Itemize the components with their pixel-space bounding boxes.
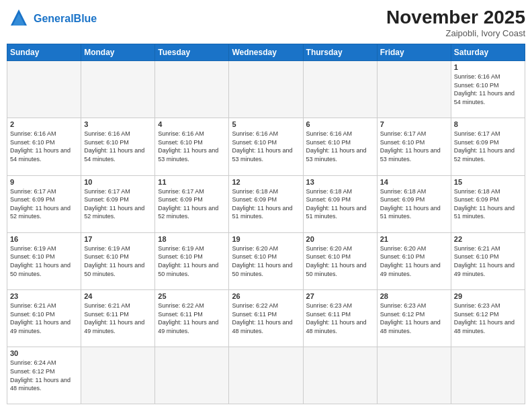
calendar-cell: 14Sunrise: 6:18 AMSunset: 6:09 PMDayligh…: [377, 175, 451, 232]
calendar-cell: 7Sunrise: 6:17 AMSunset: 6:10 PMDaylight…: [377, 118, 451, 175]
location: Zaipobli, Ivory Coast: [386, 28, 525, 38]
day-number: 13: [306, 178, 374, 186]
day-number: 26: [232, 292, 300, 300]
day-info: Sunrise: 6:17 AMSunset: 6:09 PMDaylight:…: [10, 187, 78, 221]
calendar-header-row: SundayMondayTuesdayWednesdayThursdayFrid…: [7, 44, 525, 61]
day-number: 10: [84, 178, 152, 186]
day-number: 19: [232, 235, 300, 243]
day-number: 24: [84, 292, 152, 300]
day-info: Sunrise: 6:16 AMSunset: 6:10 PMDaylight:…: [454, 73, 522, 106]
day-info: Sunrise: 6:16 AMSunset: 6:10 PMDaylight:…: [306, 130, 374, 163]
calendar-cell: 30Sunrise: 6:24 AMSunset: 6:12 PMDayligh…: [7, 347, 81, 404]
calendar-cell: 24Sunrise: 6:21 AMSunset: 6:11 PMDayligh…: [81, 290, 155, 347]
day-info: Sunrise: 6:20 AMSunset: 6:10 PMDaylight:…: [306, 244, 374, 278]
day-info: Sunrise: 6:18 AMSunset: 6:09 PMDaylight:…: [232, 187, 300, 221]
calendar-cell: 6Sunrise: 6:16 AMSunset: 6:10 PMDaylight…: [303, 118, 377, 175]
calendar-cell: 26Sunrise: 6:22 AMSunset: 6:11 PMDayligh…: [229, 290, 303, 347]
calendar-day-header: Tuesday: [155, 44, 229, 61]
calendar-cell: 23Sunrise: 6:21 AMSunset: 6:10 PMDayligh…: [7, 290, 81, 347]
header: GeneralBlue November 2025 Zaipobli, Ivor…: [7, 7, 525, 38]
calendar-cell: 15Sunrise: 6:18 AMSunset: 6:09 PMDayligh…: [451, 175, 525, 232]
logo-icon: [7, 7, 31, 31]
calendar-week-row: 1Sunrise: 6:16 AMSunset: 6:10 PMDaylight…: [7, 61, 525, 118]
calendar-cell: [303, 347, 377, 404]
logo: GeneralBlue: [7, 7, 97, 31]
day-number: 28: [380, 292, 448, 300]
calendar-cell: 12Sunrise: 6:18 AMSunset: 6:09 PMDayligh…: [229, 175, 303, 232]
calendar-cell: 21Sunrise: 6:20 AMSunset: 6:10 PMDayligh…: [377, 232, 451, 289]
calendar-cell: [155, 61, 229, 118]
day-info: Sunrise: 6:19 AMSunset: 6:10 PMDaylight:…: [10, 244, 78, 278]
day-number: 21: [380, 235, 448, 243]
calendar-cell: 20Sunrise: 6:20 AMSunset: 6:10 PMDayligh…: [303, 232, 377, 289]
calendar-cell: [81, 347, 155, 404]
day-number: 7: [380, 120, 448, 128]
logo-text: GeneralBlue: [34, 12, 97, 25]
day-info: Sunrise: 6:19 AMSunset: 6:10 PMDaylight:…: [158, 244, 226, 278]
calendar-week-row: 16Sunrise: 6:19 AMSunset: 6:10 PMDayligh…: [7, 232, 525, 289]
calendar-cell: [229, 347, 303, 404]
calendar-cell: 27Sunrise: 6:23 AMSunset: 6:11 PMDayligh…: [303, 290, 377, 347]
day-info: Sunrise: 6:22 AMSunset: 6:11 PMDaylight:…: [232, 302, 300, 335]
day-info: Sunrise: 6:21 AMSunset: 6:10 PMDaylight:…: [454, 244, 522, 278]
day-number: 17: [84, 235, 152, 243]
calendar-cell: 11Sunrise: 6:17 AMSunset: 6:09 PMDayligh…: [155, 175, 229, 232]
day-info: Sunrise: 6:18 AMSunset: 6:09 PMDaylight:…: [454, 187, 522, 221]
day-info: Sunrise: 6:23 AMSunset: 6:11 PMDaylight:…: [306, 302, 374, 335]
day-info: Sunrise: 6:17 AMSunset: 6:10 PMDaylight:…: [380, 130, 448, 163]
calendar-cell: [229, 61, 303, 118]
day-number: 14: [380, 178, 448, 186]
day-info: Sunrise: 6:24 AMSunset: 6:12 PMDaylight:…: [10, 359, 78, 392]
calendar-cell: 8Sunrise: 6:17 AMSunset: 6:09 PMDaylight…: [451, 118, 525, 175]
calendar-cell: [81, 61, 155, 118]
calendar-cell: 29Sunrise: 6:23 AMSunset: 6:12 PMDayligh…: [451, 290, 525, 347]
calendar-week-row: 9Sunrise: 6:17 AMSunset: 6:09 PMDaylight…: [7, 175, 525, 232]
calendar-cell: 18Sunrise: 6:19 AMSunset: 6:10 PMDayligh…: [155, 232, 229, 289]
day-info: Sunrise: 6:22 AMSunset: 6:11 PMDaylight:…: [158, 302, 226, 335]
day-info: Sunrise: 6:18 AMSunset: 6:09 PMDaylight:…: [306, 187, 374, 221]
day-number: 20: [306, 235, 374, 243]
day-number: 2: [10, 120, 78, 128]
day-info: Sunrise: 6:23 AMSunset: 6:12 PMDaylight:…: [380, 302, 448, 335]
calendar-cell: [155, 347, 229, 404]
day-number: 8: [454, 120, 522, 128]
day-info: Sunrise: 6:18 AMSunset: 6:09 PMDaylight:…: [380, 187, 448, 221]
day-number: 9: [10, 178, 78, 186]
calendar-cell: 19Sunrise: 6:20 AMSunset: 6:10 PMDayligh…: [229, 232, 303, 289]
day-info: Sunrise: 6:23 AMSunset: 6:12 PMDaylight:…: [454, 302, 522, 335]
day-number: 1: [454, 63, 522, 71]
calendar-week-row: 23Sunrise: 6:21 AMSunset: 6:10 PMDayligh…: [7, 290, 525, 347]
day-info: Sunrise: 6:21 AMSunset: 6:10 PMDaylight:…: [10, 302, 78, 335]
calendar-cell: [303, 61, 377, 118]
day-info: Sunrise: 6:16 AMSunset: 6:10 PMDaylight:…: [158, 130, 226, 163]
day-number: 5: [232, 120, 300, 128]
day-info: Sunrise: 6:19 AMSunset: 6:10 PMDaylight:…: [84, 244, 152, 278]
calendar-cell: 3Sunrise: 6:16 AMSunset: 6:10 PMDaylight…: [81, 118, 155, 175]
month-title: November 2025: [386, 7, 525, 28]
day-number: 18: [158, 235, 226, 243]
calendar-cell: 28Sunrise: 6:23 AMSunset: 6:12 PMDayligh…: [377, 290, 451, 347]
calendar-day-header: Sunday: [7, 44, 81, 61]
day-info: Sunrise: 6:16 AMSunset: 6:10 PMDaylight:…: [10, 130, 78, 163]
calendar-day-header: Monday: [81, 44, 155, 61]
day-info: Sunrise: 6:20 AMSunset: 6:10 PMDaylight:…: [232, 244, 300, 278]
day-number: 23: [10, 292, 78, 300]
day-info: Sunrise: 6:16 AMSunset: 6:10 PMDaylight:…: [232, 130, 300, 163]
day-number: 3: [84, 120, 152, 128]
calendar-cell: 13Sunrise: 6:18 AMSunset: 6:09 PMDayligh…: [303, 175, 377, 232]
calendar-cell: 5Sunrise: 6:16 AMSunset: 6:10 PMDaylight…: [229, 118, 303, 175]
calendar-cell: 4Sunrise: 6:16 AMSunset: 6:10 PMDaylight…: [155, 118, 229, 175]
day-number: 29: [454, 292, 522, 300]
title-block: November 2025 Zaipobli, Ivory Coast: [386, 7, 525, 38]
day-info: Sunrise: 6:17 AMSunset: 6:09 PMDaylight:…: [158, 187, 226, 221]
calendar-cell: 10Sunrise: 6:17 AMSunset: 6:09 PMDayligh…: [81, 175, 155, 232]
day-number: 22: [454, 235, 522, 243]
day-info: Sunrise: 6:21 AMSunset: 6:11 PMDaylight:…: [84, 302, 152, 335]
day-number: 30: [10, 349, 78, 357]
day-number: 16: [10, 235, 78, 243]
day-info: Sunrise: 6:17 AMSunset: 6:09 PMDaylight:…: [454, 130, 522, 163]
calendar-cell: [451, 347, 525, 404]
day-number: 12: [232, 178, 300, 186]
day-number: 4: [158, 120, 226, 128]
calendar-cell: 17Sunrise: 6:19 AMSunset: 6:10 PMDayligh…: [81, 232, 155, 289]
